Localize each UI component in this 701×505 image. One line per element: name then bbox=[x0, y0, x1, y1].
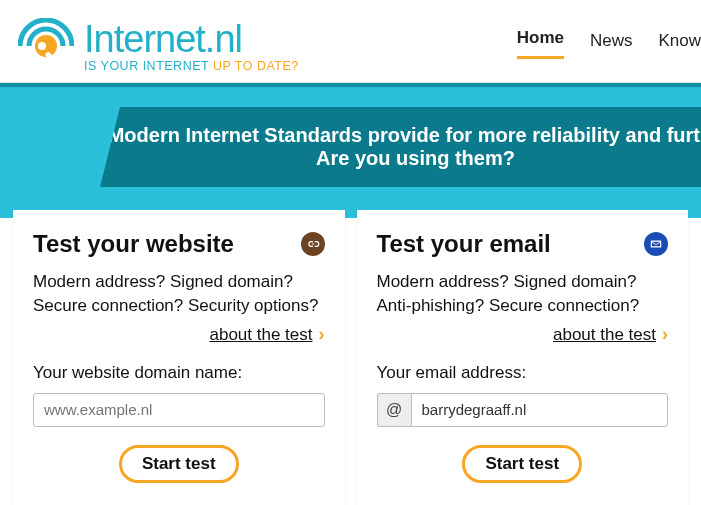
email-address-input[interactable] bbox=[411, 393, 669, 427]
website-field-label: Your website domain name: bbox=[33, 363, 325, 383]
logo[interactable]: Internet.nl IS YOUR INTERNET UP TO DATE? bbox=[18, 18, 299, 74]
card-email-title: Test your email bbox=[377, 230, 551, 258]
cards-row: Test your website Modern address? Signed… bbox=[0, 210, 701, 505]
hero-banner: Modern Internet Standards provide for mo… bbox=[100, 107, 701, 187]
hero-line-1: Modern Internet Standards provide for mo… bbox=[108, 124, 701, 147]
card-website-desc: Modern address? Signed domain? Secure co… bbox=[33, 270, 325, 318]
chevron-right-icon: › bbox=[662, 324, 668, 344]
card-test-website: Test your website Modern address? Signed… bbox=[13, 210, 345, 505]
header: Internet.nl IS YOUR INTERNET UP TO DATE?… bbox=[0, 0, 701, 83]
nav-item-home[interactable]: Home bbox=[517, 28, 564, 59]
logo-title: Internet.nl bbox=[84, 20, 299, 58]
hero-line-2: Are you using them? bbox=[316, 147, 515, 170]
about-link-website[interactable]: about the test bbox=[209, 325, 312, 344]
about-link-email[interactable]: about the test bbox=[553, 325, 656, 344]
mail-icon bbox=[644, 232, 668, 256]
hero: Modern Internet Standards provide for mo… bbox=[0, 83, 701, 218]
at-sign-icon: @ bbox=[377, 393, 411, 427]
email-field-label: Your email address: bbox=[377, 363, 669, 383]
nav-item-news[interactable]: News bbox=[590, 31, 633, 59]
start-test-email-button[interactable]: Start test bbox=[462, 445, 582, 483]
svg-point-4 bbox=[38, 42, 46, 50]
logo-subtitle: IS YOUR INTERNET UP TO DATE? bbox=[84, 60, 299, 73]
logo-icon bbox=[18, 18, 74, 74]
logo-text: Internet.nl IS YOUR INTERNET UP TO DATE? bbox=[84, 20, 299, 73]
chevron-right-icon: › bbox=[319, 324, 325, 344]
start-test-website-button[interactable]: Start test bbox=[119, 445, 239, 483]
card-email-desc: Modern address? Signed domain? Anti-phis… bbox=[377, 270, 669, 318]
nav-item-know[interactable]: Know bbox=[658, 31, 701, 59]
nav: Home News Know bbox=[517, 28, 701, 65]
website-domain-input[interactable] bbox=[33, 393, 325, 427]
link-icon bbox=[301, 232, 325, 256]
card-test-email: Test your email Modern address? Signed d… bbox=[357, 210, 689, 505]
card-website-title: Test your website bbox=[33, 230, 234, 258]
